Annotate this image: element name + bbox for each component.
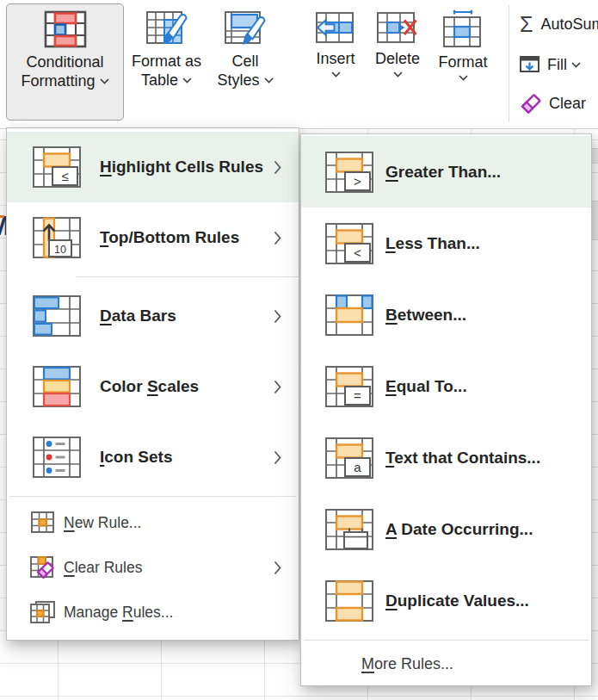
delete-cells-button[interactable]: Delete <box>367 3 428 119</box>
svg-text:<: < <box>354 245 361 260</box>
submenu-arrow-icon <box>274 160 281 175</box>
submenu-item-text-that-contains[interactable]: a Text that Contains... <box>301 422 591 493</box>
delete-cells-icon <box>377 9 418 46</box>
grid-icon-sets-icon <box>33 437 81 478</box>
ribbon-group-divider <box>509 5 509 122</box>
grid-greater-than-icon: > <box>325 152 373 193</box>
submenu-arrow-icon <box>274 380 281 394</box>
grid-data-bars-icon <box>33 295 81 337</box>
menu-item-label: Data Bars <box>100 307 176 325</box>
submenu-arrow-icon <box>274 309 281 324</box>
fill-button[interactable]: Fill <box>520 51 581 78</box>
delete-label: Delete <box>375 49 420 68</box>
menu-separator <box>9 496 296 497</box>
submenu-arrow-icon <box>274 231 281 245</box>
menu-item-clear-rules[interactable]: Clear Rules <box>7 545 299 590</box>
sigma-icon: Σ <box>520 12 533 37</box>
grid-equal-icon: = <box>325 366 373 407</box>
grid-eraser-icon <box>29 555 57 579</box>
grid-letter-a-icon: a <box>325 437 373 479</box>
format-label: Format <box>438 53 487 71</box>
autosum-label: AutoSum <box>540 15 598 34</box>
fill-label: Fill <box>547 56 567 74</box>
format-cell-size-icon <box>443 9 483 49</box>
excel-window: M Conditional Formatting <box>0 0 598 700</box>
submenu-item-label: Greater Than... <box>385 163 501 182</box>
submenu-item-label: More Rules... <box>361 655 453 673</box>
conditional-formatting-button[interactable]: Conditional Formatting <box>6 3 124 121</box>
chevron-down-icon <box>393 71 403 77</box>
format-button[interactable]: Format <box>430 3 496 119</box>
clear-button[interactable]: Clear <box>520 88 586 119</box>
grid-new-rule-icon <box>29 511 57 535</box>
submenu-separator <box>304 640 589 641</box>
menu-item-top-bottom-rules[interactable]: 10 Top/Bottom Rules <box>7 202 299 273</box>
chevron-down-icon <box>264 77 274 84</box>
submenu-item-less-than[interactable]: < Less Than... <box>301 208 591 279</box>
chevron-down-icon <box>331 71 341 77</box>
menu-item-data-bars[interactable]: Data Bars <box>7 281 299 351</box>
eraser-icon <box>520 93 542 114</box>
menu-item-icon-sets[interactable]: Icon Sets <box>7 422 299 492</box>
menu-item-label: New Rule... <box>64 514 141 532</box>
menu-item-color-scales[interactable]: Color Scales <box>7 351 299 422</box>
grid-duplicate-icon <box>325 580 373 622</box>
grid-less-than-icon: < <box>325 223 373 264</box>
submenu-item-label: Between... <box>385 306 466 325</box>
menu-item-highlight-cells-rules[interactable]: ≤ Highlight Cells Rules <box>7 132 299 202</box>
submenu-item-equal-to[interactable]: = Equal To... <box>301 350 591 422</box>
submenu-item-between[interactable]: Between... <box>301 279 591 350</box>
chevron-down-icon <box>571 62 581 68</box>
autosum-button[interactable]: Σ AutoSum <box>520 10 598 38</box>
chevron-down-icon <box>182 77 192 84</box>
submenu-item-label: Duplicate Values... <box>385 592 529 610</box>
conditional-formatting-menu: ≤ Highlight Cells Rules 10 Top/Bottom Ru… <box>6 127 299 641</box>
insert-label: Insert <box>316 49 354 68</box>
conditional-formatting-label: Conditional Formatting <box>21 53 108 90</box>
svg-text:a: a <box>354 460 361 474</box>
submenu-item-label: Text that Contains... <box>385 449 540 468</box>
grid-layers-icon <box>29 600 57 624</box>
menu-item-new-rule[interactable]: New Rule... <box>7 500 299 545</box>
cell-styles-label: Cell Styles <box>217 52 273 90</box>
submenu-item-label: Less Than... <box>385 234 480 253</box>
format-as-table-button[interactable]: Format as Table <box>126 3 207 119</box>
grid-calendar-icon <box>325 509 373 550</box>
submenu-item-label: Equal To... <box>385 377 467 396</box>
grid-between-icon <box>325 294 373 336</box>
menu-item-label: Highlight Cells Rules <box>100 158 263 177</box>
cell-styles-icon <box>225 9 266 47</box>
submenu-item-more-rules[interactable]: More Rules... <box>301 644 591 684</box>
submenu-item-label: A Date Occurring... <box>385 520 533 539</box>
conditional-formatting-grid-icon <box>44 10 87 48</box>
clear-label: Clear <box>549 95 586 113</box>
highlight-cells-rules-submenu: > Greater Than... < Less Than... <box>300 133 592 686</box>
svg-text:=: = <box>354 388 361 403</box>
menu-item-manage-rules[interactable]: Manage Rules... <box>7 590 299 635</box>
background-chart-fragment <box>0 215 4 218</box>
menu-item-label: Icon Sets <box>100 448 172 467</box>
insert-cells-button[interactable]: Insert <box>306 3 365 119</box>
submenu-item-duplicate-values[interactable]: Duplicate Values... <box>301 565 591 636</box>
menu-item-label: Clear Rules <box>64 559 142 577</box>
fill-down-icon <box>520 55 540 74</box>
submenu-arrow-icon <box>274 450 281 465</box>
menu-item-label: Top/Bottom Rules <box>100 228 239 247</box>
grid-less-equal-icon: ≤ <box>33 146 81 188</box>
menu-item-label: Manage Rules... <box>64 604 173 622</box>
svg-text:10: 10 <box>54 244 66 256</box>
format-as-table-label: Format as Table <box>132 52 201 90</box>
menu-item-label: Color Scales <box>100 377 199 396</box>
cell-styles-button[interactable]: Cell Styles <box>210 3 281 119</box>
grid-color-scales-icon <box>33 366 81 407</box>
chevron-down-icon <box>100 78 109 84</box>
submenu-item-greater-than[interactable]: > Greater Than... <box>301 136 591 208</box>
ribbon: Conditional Formatting Format as Table <box>0 0 598 129</box>
submenu-item-a-date-occurring[interactable]: A Date Occurring... <box>301 493 591 565</box>
format-as-table-icon <box>146 9 188 47</box>
svg-text:>: > <box>354 174 361 189</box>
submenu-arrow-icon <box>274 561 281 575</box>
svg-text:≤: ≤ <box>61 169 68 183</box>
chevron-down-icon <box>459 75 468 81</box>
menu-separator <box>77 276 299 277</box>
